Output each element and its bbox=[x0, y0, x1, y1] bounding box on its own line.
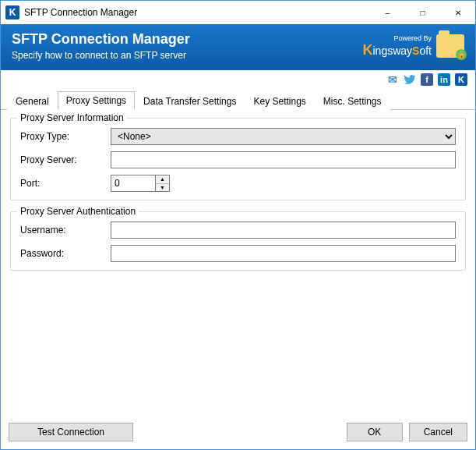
titlebar: K SFTP Connection Manager – □ ✕ bbox=[1, 1, 475, 24]
port-spin-up[interactable]: ▲ bbox=[156, 175, 169, 184]
kingswaysoft-icon[interactable]: K bbox=[455, 73, 467, 86]
username-input[interactable] bbox=[111, 221, 456, 239]
test-connection-button[interactable]: Test Connection bbox=[9, 423, 133, 441]
lock-icon: 🔒 bbox=[456, 49, 467, 60]
group-proxy-server-information: Proxy Server Information Proxy Type: <No… bbox=[10, 118, 466, 200]
ok-button[interactable]: OK bbox=[347, 423, 403, 441]
tab-bar: General Proxy Settings Data Transfer Set… bbox=[1, 86, 475, 110]
port-stepper[interactable]: ▲ ▼ bbox=[111, 175, 173, 192]
group-legend-auth: Proxy Server Authentication bbox=[17, 206, 139, 217]
kingswaysoft-logo: KingswaySoft bbox=[362, 42, 432, 58]
proxy-server-label: Proxy Server: bbox=[20, 154, 111, 165]
minimize-button[interactable]: – bbox=[370, 1, 405, 24]
port-spin-down[interactable]: ▼ bbox=[156, 184, 169, 192]
proxy-type-select[interactable]: <None> bbox=[111, 128, 456, 145]
tab-misc-settings[interactable]: Misc. Settings bbox=[315, 92, 390, 110]
tab-general[interactable]: General bbox=[7, 92, 58, 110]
port-label: Port: bbox=[20, 178, 111, 189]
username-label: Username: bbox=[20, 225, 111, 236]
dialog-footer: Test Connection OK Cancel bbox=[1, 416, 475, 449]
maximize-button[interactable]: □ bbox=[405, 1, 440, 24]
tab-proxy-settings[interactable]: Proxy Settings bbox=[58, 91, 135, 110]
secure-folder-icon: 🔒 bbox=[436, 34, 464, 58]
social-bar: ✉ f in K bbox=[1, 70, 475, 86]
header-subtitle: Specify how to connect to an SFTP server bbox=[12, 50, 362, 61]
header-title: SFTP Connection Manager bbox=[12, 31, 362, 48]
powered-by-label: Powered By bbox=[362, 34, 432, 42]
password-label: Password: bbox=[20, 248, 111, 259]
tab-content: Proxy Server Information Proxy Type: <No… bbox=[1, 110, 475, 416]
proxy-server-input[interactable] bbox=[111, 151, 456, 168]
cancel-button[interactable]: Cancel bbox=[409, 423, 467, 441]
group-proxy-server-authentication: Proxy Server Authentication Username: Pa… bbox=[10, 211, 466, 271]
password-input[interactable] bbox=[111, 245, 456, 262]
facebook-icon[interactable]: f bbox=[421, 73, 433, 86]
header-banner: SFTP Connection Manager Specify how to c… bbox=[1, 24, 475, 70]
linkedin-icon[interactable]: in bbox=[438, 73, 450, 86]
twitter-icon[interactable] bbox=[404, 73, 416, 86]
tab-data-transfer-settings[interactable]: Data Transfer Settings bbox=[135, 92, 245, 110]
proxy-type-label: Proxy Type: bbox=[20, 131, 111, 142]
close-button[interactable]: ✕ bbox=[440, 1, 475, 24]
mail-icon[interactable]: ✉ bbox=[386, 73, 399, 86]
tab-key-settings[interactable]: Key Settings bbox=[245, 92, 314, 110]
group-legend-info: Proxy Server Information bbox=[17, 112, 127, 123]
app-icon: K bbox=[5, 5, 19, 19]
port-input[interactable] bbox=[111, 175, 156, 192]
window-title: SFTP Connection Manager bbox=[24, 7, 137, 18]
